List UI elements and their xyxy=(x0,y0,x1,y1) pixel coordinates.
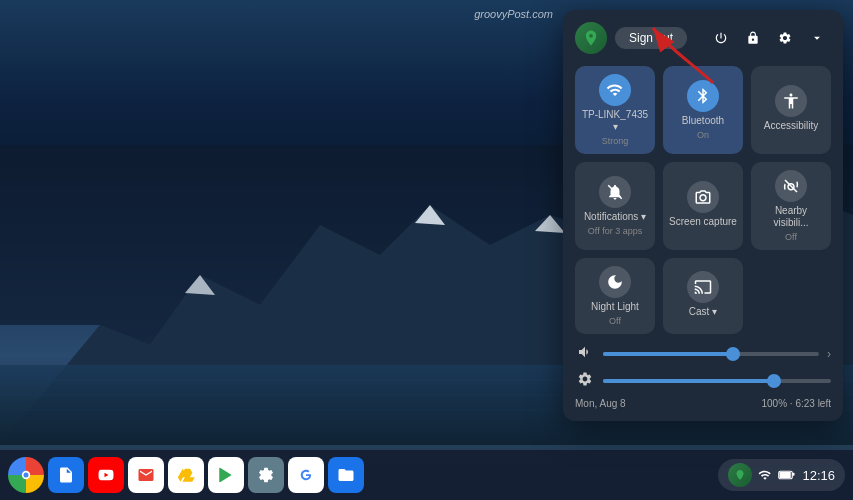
notifications-icon xyxy=(599,176,631,208)
bluetooth-icon xyxy=(687,80,719,112)
brightness-slider-row xyxy=(575,371,831,390)
taskbar-play[interactable] xyxy=(208,457,244,493)
screen-capture-tile[interactable]: Screen capture xyxy=(663,162,743,250)
settings-button[interactable] xyxy=(771,24,799,52)
qs-header: Sign out xyxy=(575,22,831,54)
wifi-tile-sub: Strong xyxy=(602,136,629,146)
tray-battery-icon xyxy=(778,468,796,482)
chevron-down-button[interactable] xyxy=(803,24,831,52)
volume-slider-row: › xyxy=(575,344,831,363)
nearby-tile-label: Nearby visibili... xyxy=(757,205,825,229)
volume-icon xyxy=(575,344,595,363)
taskbar-docs[interactable] xyxy=(48,457,84,493)
sign-out-button[interactable]: Sign out xyxy=(615,27,687,49)
lock-button[interactable] xyxy=(739,24,767,52)
volume-thumb[interactable] xyxy=(726,347,740,361)
taskbar-drive[interactable] xyxy=(168,457,204,493)
notifications-tile[interactable]: Notifications ▾ Off for 3 apps xyxy=(575,162,655,250)
wifi-tile[interactable]: TP-LINK_7435 ▾ Strong xyxy=(575,66,655,154)
battery-label: 100% · 6:23 left xyxy=(762,398,832,409)
power-button[interactable] xyxy=(707,24,735,52)
accessibility-tile-label: Accessibility xyxy=(764,120,818,132)
desktop: groovyPost.com Sign out xyxy=(0,0,853,500)
cast-tile[interactable]: Cast ▾ xyxy=(663,258,743,334)
taskbar-google[interactable] xyxy=(288,457,324,493)
volume-expand-arrow[interactable]: › xyxy=(827,347,831,361)
system-tray[interactable]: 12:16 xyxy=(718,459,845,491)
night-light-tile[interactable]: Night Light Off xyxy=(575,258,655,334)
night-light-icon xyxy=(599,266,631,298)
wifi-icon xyxy=(599,74,631,106)
bluetooth-tile[interactable]: Bluetooth On xyxy=(663,66,743,154)
taskbar-gmail[interactable] xyxy=(128,457,164,493)
accessibility-tile[interactable]: Accessibility xyxy=(751,66,831,154)
taskbar-apps xyxy=(8,457,364,493)
volume-slider[interactable] xyxy=(603,352,819,356)
taskbar-youtube[interactable] xyxy=(88,457,124,493)
watermark: groovyPost.com xyxy=(474,8,553,20)
qs-tiles-grid: TP-LINK_7435 ▾ Strong Bluetooth On Acces… xyxy=(575,66,831,334)
tray-wifi-icon xyxy=(758,468,772,482)
brightness-slider[interactable] xyxy=(603,379,831,383)
svg-rect-19 xyxy=(793,473,795,476)
svg-rect-18 xyxy=(780,472,791,478)
user-avatar xyxy=(575,22,607,54)
accessibility-icon xyxy=(775,85,807,117)
qs-header-left: Sign out xyxy=(575,22,687,54)
screen-capture-icon xyxy=(687,181,719,213)
date-label: Mon, Aug 8 xyxy=(575,398,626,409)
bluetooth-tile-sub: On xyxy=(697,130,709,140)
night-light-tile-sub: Off xyxy=(609,316,621,326)
cast-tile-label: Cast ▾ xyxy=(689,306,717,318)
brightness-icon xyxy=(575,371,595,390)
taskbar-chrome[interactable] xyxy=(8,457,44,493)
system-time: 12:16 xyxy=(802,468,835,483)
wifi-tile-label: TP-LINK_7435 ▾ xyxy=(581,109,649,133)
notifications-tile-sub: Off for 3 apps xyxy=(588,226,642,236)
taskbar-settings[interactable] xyxy=(248,457,284,493)
svg-point-16 xyxy=(24,473,29,478)
brightness-thumb[interactable] xyxy=(767,374,781,388)
qs-bottom-bar: Mon, Aug 8 100% · 6:23 left xyxy=(575,398,831,409)
nearby-icon xyxy=(775,170,807,202)
taskbar: 12:16 xyxy=(0,450,853,500)
screen-capture-tile-label: Screen capture xyxy=(669,216,737,228)
bluetooth-tile-label: Bluetooth xyxy=(682,115,724,127)
notifications-tile-label: Notifications ▾ xyxy=(584,211,646,223)
night-light-tile-label: Night Light xyxy=(591,301,639,313)
taskbar-files[interactable] xyxy=(328,457,364,493)
taskbar-right: 12:16 xyxy=(718,459,845,491)
nearby-tile[interactable]: Nearby visibili... Off xyxy=(751,162,831,250)
cast-icon xyxy=(687,271,719,303)
qs-header-icons xyxy=(707,24,831,52)
tray-avatar xyxy=(728,463,752,487)
nearby-tile-sub: Off xyxy=(785,232,797,242)
quick-settings-panel: Sign out xyxy=(563,10,843,421)
